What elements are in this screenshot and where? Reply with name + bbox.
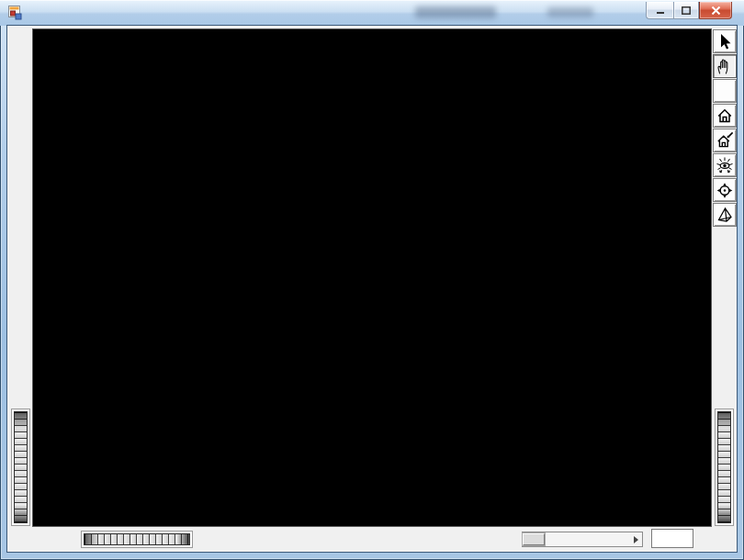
view-all-button[interactable] [713, 153, 737, 177]
examiner-viewer-window [0, 0, 744, 560]
view-all-eye-icon [716, 156, 734, 174]
arrow-cursor-icon [716, 32, 734, 50]
minimize-button[interactable] [646, 2, 673, 19]
seek-button[interactable] [713, 178, 737, 202]
right-arrow-icon [634, 536, 638, 543]
dolly-thumbwheel[interactable] [715, 409, 734, 526]
maximize-icon [682, 6, 691, 15]
home-view-button[interactable] [713, 104, 737, 128]
zoom-slider-thumb[interactable] [523, 533, 545, 545]
camera-type-button[interactable] [713, 203, 737, 227]
title-bar[interactable] [0, 0, 744, 26]
hand-icon [716, 57, 734, 75]
caption-buttons [646, 2, 732, 19]
glass-reflection [547, 7, 593, 17]
app-icon [8, 6, 24, 20]
pick-mode-button[interactable] [713, 29, 737, 53]
maximize-button[interactable] [673, 2, 699, 19]
seek-crosshair-icon [716, 181, 734, 199]
viewer-toolbar [713, 29, 737, 228]
close-icon [711, 6, 721, 15]
perspective-frustum-icon [716, 206, 734, 224]
set-home-view-button[interactable] [713, 129, 737, 152]
help-button[interactable] [713, 79, 737, 103]
close-button[interactable] [699, 2, 732, 19]
rotx-thumbwheel-ribs [14, 411, 28, 523]
zoom-slider-right-arrow[interactable] [630, 532, 642, 546]
home-icon [716, 106, 734, 125]
zoom-slider[interactable] [522, 532, 643, 547]
viewer-client-area [7, 26, 737, 552]
set-home-icon [716, 131, 734, 150]
render-area-frame [32, 28, 712, 527]
zoom-value-field[interactable] [651, 529, 693, 548]
view-mode-button[interactable] [713, 54, 737, 78]
viewport-canvas[interactable] [33, 29, 711, 526]
roty-thumbwheel[interactable] [81, 531, 193, 548]
rotx-thumbwheel[interactable] [11, 409, 30, 526]
dolly-thumbwheel-ribs [717, 411, 731, 523]
roty-thumbwheel-ribs [84, 533, 190, 545]
minimize-icon [656, 6, 665, 15]
glass-reflection [415, 6, 496, 18]
